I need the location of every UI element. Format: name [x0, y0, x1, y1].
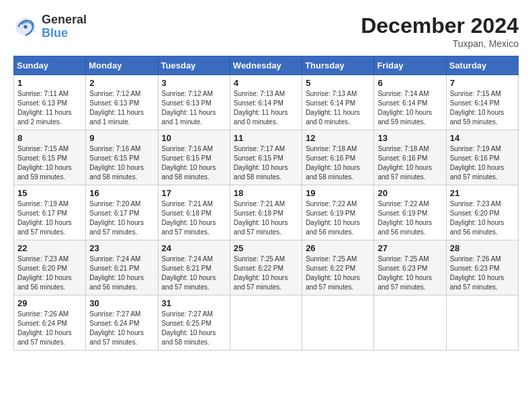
day-number: 13	[378, 133, 442, 143]
col-sunday: Sunday	[14, 56, 86, 75]
table-row: 24Sunrise: 7:24 AM Sunset: 6:21 PM Dayli…	[158, 240, 230, 295]
calendar-row: 22Sunrise: 7:23 AM Sunset: 6:20 PM Dayli…	[14, 240, 519, 295]
table-row: 13Sunrise: 7:18 AM Sunset: 6:16 PM Dayli…	[374, 130, 446, 185]
day-info: Sunrise: 7:17 AM Sunset: 6:15 PM Dayligh…	[234, 144, 298, 182]
svg-point-1	[24, 25, 27, 28]
calendar-row: 15Sunrise: 7:19 AM Sunset: 6:17 PM Dayli…	[14, 185, 519, 240]
day-number: 16	[89, 188, 154, 198]
logo-line1: General	[42, 13, 87, 27]
day-number: 14	[450, 133, 515, 143]
col-saturday: Saturday	[446, 56, 518, 75]
table-row: 3Sunrise: 7:12 AM Sunset: 6:13 PM Daylig…	[158, 75, 230, 130]
logo-line2: Blue	[42, 27, 87, 40]
day-number: 5	[306, 78, 370, 88]
day-info: Sunrise: 7:21 AM Sunset: 6:18 PM Dayligh…	[234, 199, 298, 237]
table-row: 15Sunrise: 7:19 AM Sunset: 6:17 PM Dayli…	[14, 185, 86, 240]
day-info: Sunrise: 7:20 AM Sunset: 6:17 PM Dayligh…	[89, 199, 154, 237]
day-info: Sunrise: 7:23 AM Sunset: 6:20 PM Dayligh…	[17, 255, 82, 292]
day-number: 27	[378, 243, 442, 253]
table-row	[230, 295, 302, 351]
table-row: 19Sunrise: 7:22 AM Sunset: 6:19 PM Dayli…	[302, 185, 374, 240]
day-number: 3	[162, 78, 226, 88]
day-number: 18	[234, 188, 298, 198]
table-row: 29Sunrise: 7:26 AM Sunset: 6:24 PM Dayli…	[14, 295, 86, 351]
table-row: 7Sunrise: 7:15 AM Sunset: 6:14 PM Daylig…	[446, 75, 518, 130]
table-row	[374, 295, 446, 351]
day-number: 20	[378, 188, 442, 198]
day-number: 4	[234, 78, 298, 88]
day-number: 25	[234, 243, 298, 253]
logo: General Blue	[13, 13, 87, 40]
day-number: 28	[450, 243, 515, 253]
day-info: Sunrise: 7:25 AM Sunset: 6:22 PM Dayligh…	[306, 255, 370, 292]
day-number: 6	[378, 78, 442, 88]
day-info: Sunrise: 7:18 AM Sunset: 6:16 PM Dayligh…	[378, 144, 442, 182]
col-monday: Monday	[86, 56, 158, 75]
col-wednesday: Wednesday	[230, 56, 302, 75]
day-info: Sunrise: 7:13 AM Sunset: 6:14 PM Dayligh…	[234, 89, 298, 127]
day-number: 8	[17, 133, 82, 143]
day-info: Sunrise: 7:18 AM Sunset: 6:16 PM Dayligh…	[306, 144, 370, 182]
day-number: 9	[89, 133, 154, 143]
day-info: Sunrise: 7:25 AM Sunset: 6:23 PM Dayligh…	[378, 255, 442, 292]
day-number: 7	[450, 78, 515, 88]
table-row: 8Sunrise: 7:15 AM Sunset: 6:15 PM Daylig…	[14, 130, 86, 185]
day-info: Sunrise: 7:24 AM Sunset: 6:21 PM Dayligh…	[162, 255, 226, 292]
calendar-table: Sunday Monday Tuesday Wednesday Thursday…	[13, 56, 519, 351]
calendar-header-row: Sunday Monday Tuesday Wednesday Thursday…	[14, 56, 519, 75]
day-info: Sunrise: 7:26 AM Sunset: 6:24 PM Dayligh…	[17, 310, 82, 347]
day-number: 31	[162, 298, 226, 308]
table-row: 6Sunrise: 7:14 AM Sunset: 6:14 PM Daylig…	[374, 75, 446, 130]
table-row: 12Sunrise: 7:18 AM Sunset: 6:16 PM Dayli…	[302, 130, 374, 185]
calendar-row: 1Sunrise: 7:11 AM Sunset: 6:13 PM Daylig…	[14, 75, 519, 130]
day-info: Sunrise: 7:15 AM Sunset: 6:14 PM Dayligh…	[450, 89, 515, 127]
day-info: Sunrise: 7:23 AM Sunset: 6:20 PM Dayligh…	[450, 199, 515, 237]
table-row: 1Sunrise: 7:11 AM Sunset: 6:13 PM Daylig…	[14, 75, 86, 130]
day-number: 15	[17, 188, 82, 198]
table-row: 18Sunrise: 7:21 AM Sunset: 6:18 PM Dayli…	[230, 185, 302, 240]
day-number: 24	[162, 243, 226, 253]
table-row: 27Sunrise: 7:25 AM Sunset: 6:23 PM Dayli…	[374, 240, 446, 295]
day-info: Sunrise: 7:14 AM Sunset: 6:14 PM Dayligh…	[378, 89, 442, 127]
month-title: December 2024	[361, 13, 519, 38]
table-row	[446, 295, 518, 351]
table-row: 25Sunrise: 7:25 AM Sunset: 6:22 PM Dayli…	[230, 240, 302, 295]
day-info: Sunrise: 7:22 AM Sunset: 6:19 PM Dayligh…	[378, 199, 442, 237]
table-row: 21Sunrise: 7:23 AM Sunset: 6:20 PM Dayli…	[446, 185, 518, 240]
day-info: Sunrise: 7:24 AM Sunset: 6:21 PM Dayligh…	[89, 255, 154, 292]
table-row: 2Sunrise: 7:12 AM Sunset: 6:13 PM Daylig…	[86, 75, 158, 130]
day-info: Sunrise: 7:13 AM Sunset: 6:14 PM Dayligh…	[306, 89, 370, 127]
table-row: 23Sunrise: 7:24 AM Sunset: 6:21 PM Dayli…	[86, 240, 158, 295]
day-number: 23	[89, 243, 154, 253]
day-info: Sunrise: 7:12 AM Sunset: 6:13 PM Dayligh…	[162, 89, 226, 127]
day-info: Sunrise: 7:15 AM Sunset: 6:15 PM Dayligh…	[17, 144, 82, 182]
day-info: Sunrise: 7:25 AM Sunset: 6:22 PM Dayligh…	[234, 255, 298, 292]
table-row: 10Sunrise: 7:16 AM Sunset: 6:15 PM Dayli…	[158, 130, 230, 185]
logo-icon	[13, 15, 38, 39]
table-row	[302, 295, 374, 351]
table-row: 31Sunrise: 7:27 AM Sunset: 6:25 PM Dayli…	[158, 295, 230, 351]
day-info: Sunrise: 7:19 AM Sunset: 6:16 PM Dayligh…	[450, 144, 515, 182]
day-number: 10	[162, 133, 226, 143]
day-info: Sunrise: 7:26 AM Sunset: 6:23 PM Dayligh…	[450, 255, 515, 292]
day-number: 17	[162, 188, 226, 198]
title-block: December 2024 Tuxpan, Mexico	[361, 13, 519, 49]
table-row: 16Sunrise: 7:20 AM Sunset: 6:17 PM Dayli…	[86, 185, 158, 240]
table-row: 14Sunrise: 7:19 AM Sunset: 6:16 PM Dayli…	[446, 130, 518, 185]
day-info: Sunrise: 7:27 AM Sunset: 6:24 PM Dayligh…	[89, 310, 154, 347]
day-number: 26	[306, 243, 370, 253]
day-number: 11	[234, 133, 298, 143]
day-number: 19	[306, 188, 370, 198]
day-number: 30	[89, 298, 154, 308]
location: Tuxpan, Mexico	[361, 38, 519, 49]
day-number: 1	[17, 78, 82, 88]
table-row: 11Sunrise: 7:17 AM Sunset: 6:15 PM Dayli…	[230, 130, 302, 185]
table-row: 30Sunrise: 7:27 AM Sunset: 6:24 PM Dayli…	[86, 295, 158, 351]
calendar-row: 8Sunrise: 7:15 AM Sunset: 6:15 PM Daylig…	[14, 130, 519, 185]
day-info: Sunrise: 7:16 AM Sunset: 6:15 PM Dayligh…	[162, 144, 226, 182]
col-thursday: Thursday	[302, 56, 374, 75]
table-row: 9Sunrise: 7:16 AM Sunset: 6:15 PM Daylig…	[86, 130, 158, 185]
table-row: 5Sunrise: 7:13 AM Sunset: 6:14 PM Daylig…	[302, 75, 374, 130]
day-number: 12	[306, 133, 370, 143]
table-row: 26Sunrise: 7:25 AM Sunset: 6:22 PM Dayli…	[302, 240, 374, 295]
